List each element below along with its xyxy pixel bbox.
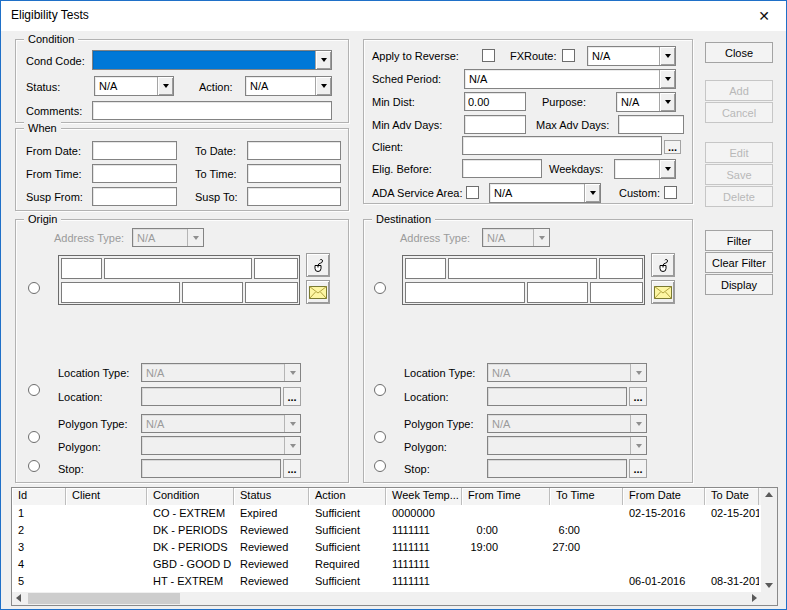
arrow-right-icon[interactable] — [752, 594, 757, 602]
arrow-down-icon[interactable] — [765, 583, 773, 588]
apply-to-reverse-checkbox[interactable] — [482, 49, 495, 62]
cond-code-label: Cond Code: — [26, 55, 85, 67]
column-header-to-date[interactable]: To Date — [705, 488, 759, 505]
origin-location-browse-button[interactable]: ... — [283, 387, 301, 406]
status-select[interactable]: N/A — [94, 76, 174, 96]
client-input[interactable] — [462, 136, 662, 155]
susp-to-input[interactable] — [247, 187, 341, 206]
fxroute-select[interactable]: N/A — [587, 46, 676, 66]
susp-from-input[interactable] — [92, 187, 177, 206]
origin-address-field-5[interactable] — [182, 282, 243, 303]
origin-polygon-radio[interactable] — [28, 431, 40, 443]
horizontal-scrollbar[interactable] — [12, 592, 761, 605]
destination-location-browse-button[interactable]: ... — [629, 387, 647, 406]
column-header-action[interactable]: Action — [309, 488, 386, 505]
max-adv-days-input[interactable] — [618, 115, 684, 134]
custom-checkbox[interactable] — [664, 186, 677, 199]
display-button[interactable]: Display — [705, 274, 773, 295]
table-row[interactable]: 4GBD - GOOD DReviewedRequired1111111 — [12, 556, 761, 573]
origin-location-radio[interactable] — [28, 384, 40, 396]
min-adv-days-input[interactable] — [464, 115, 526, 134]
window-close-button[interactable]: ✕ — [754, 6, 774, 26]
comments-input[interactable] — [92, 101, 332, 120]
table-cell: 3 — [12, 539, 66, 556]
column-header-to-time[interactable]: To Time — [550, 488, 623, 505]
from-time-label: From Time: — [26, 168, 82, 180]
clear-filter-button[interactable]: Clear Filter — [705, 252, 773, 273]
destination-stop-browse-button[interactable]: ... — [629, 459, 647, 478]
table-cell: DK - PERIODS — [147, 522, 234, 539]
origin-address-field-2[interactable] — [104, 258, 252, 279]
destination-address-field-6[interactable] — [590, 282, 643, 303]
arrow-left-icon[interactable] — [16, 594, 21, 602]
chevron-down-icon — [659, 70, 675, 88]
destination-address-block — [402, 255, 645, 305]
min-dist-input[interactable] — [464, 92, 526, 111]
column-header-condition[interactable]: Condition — [147, 488, 234, 505]
vertical-scrollbar[interactable] — [761, 488, 777, 592]
destination-polygon-radio[interactable] — [374, 431, 386, 443]
destination-location-radio[interactable] — [374, 384, 386, 396]
horizontal-scroll-thumb[interactable] — [28, 593, 180, 604]
destination-address-field-3[interactable] — [599, 258, 643, 279]
table-cell — [66, 522, 147, 539]
fxroute-checkbox[interactable] — [562, 49, 575, 62]
sched-period-select[interactable]: N/A — [464, 69, 676, 89]
destination-address-field-4[interactable] — [405, 282, 525, 303]
origin-stop-browse-button[interactable]: ... — [283, 459, 301, 478]
chevron-down-icon — [315, 51, 331, 69]
elig-before-input[interactable] — [462, 159, 542, 178]
table-row[interactable]: 3DK - PERIODSReviewedSufficient111111119… — [12, 539, 761, 556]
table-header: IdClientConditionStatusActionWeek Temp..… — [12, 488, 761, 505]
destination-locate-button[interactable] — [651, 253, 675, 277]
table-row[interactable]: 1CO - EXTREMExpiredSufficient000000002-1… — [12, 505, 761, 522]
origin-address-radio[interactable] — [28, 282, 40, 294]
destination-stop-radio[interactable] — [374, 460, 386, 472]
action-select[interactable]: N/A — [245, 76, 332, 96]
to-time-input[interactable] — [247, 164, 341, 183]
origin-address-field-3[interactable] — [254, 258, 298, 279]
from-time-input[interactable] — [92, 164, 177, 183]
ada-service-area-select[interactable]: N/A — [489, 183, 601, 203]
destination-address-field-2[interactable] — [448, 258, 597, 279]
column-header-id[interactable]: Id — [12, 488, 66, 505]
origin-locate-button[interactable] — [306, 253, 330, 277]
column-header-from-date[interactable]: From Date — [623, 488, 705, 505]
cond-code-select[interactable] — [92, 50, 332, 70]
column-header-week-temp[interactable]: Week Temp... — [386, 488, 462, 505]
min-adv-days-label: Min Adv Days: — [372, 119, 442, 131]
column-header-client[interactable]: Client — [66, 488, 147, 505]
destination-address-radio[interactable] — [374, 282, 386, 294]
origin-polygon-label: Polygon: — [58, 441, 101, 453]
origin-address-field-1[interactable] — [61, 258, 102, 279]
table-row[interactable]: 2DK - PERIODSReviewedSufficient11111110:… — [12, 522, 761, 539]
table-cell — [66, 505, 147, 522]
origin-stop-label: Stop: — [58, 463, 84, 475]
filter-button[interactable]: Filter — [705, 230, 773, 251]
window-title: Eligibility Tests — [11, 8, 89, 22]
destination-address-field-1[interactable] — [405, 258, 446, 279]
origin-address-field-4[interactable] — [61, 282, 180, 303]
client-browse-button[interactable]: ... — [664, 140, 681, 154]
origin-address-field-6[interactable] — [245, 282, 298, 303]
chevron-down-icon — [533, 229, 549, 246]
column-header-status[interactable]: Status — [234, 488, 309, 505]
to-date-input[interactable] — [247, 141, 341, 160]
table-cell: Sufficient — [309, 522, 386, 539]
purpose-select[interactable]: N/A — [616, 92, 676, 112]
table-body: 1CO - EXTREMExpiredSufficient000000002-1… — [12, 505, 761, 592]
ada-service-area-checkbox[interactable] — [466, 186, 479, 199]
from-date-input[interactable] — [92, 141, 177, 160]
destination-address-field-5[interactable] — [527, 282, 588, 303]
destination-mail-button[interactable] — [651, 280, 675, 304]
weekdays-select[interactable] — [614, 159, 676, 179]
chevron-down-icon — [630, 415, 646, 432]
origin-mail-button[interactable] — [306, 280, 330, 304]
origin-stop-radio[interactable] — [28, 460, 40, 472]
column-header-from-time[interactable]: From Time — [462, 488, 550, 505]
arrow-up-icon[interactable] — [765, 492, 773, 497]
table-row[interactable]: 5HT - EXTREMReviewedSufficient111111106-… — [12, 573, 761, 590]
table-cell: 1111111 — [386, 556, 462, 573]
close-button[interactable]: Close — [705, 42, 773, 63]
titlebar: Eligibility Tests ✕ — [1, 1, 786, 31]
